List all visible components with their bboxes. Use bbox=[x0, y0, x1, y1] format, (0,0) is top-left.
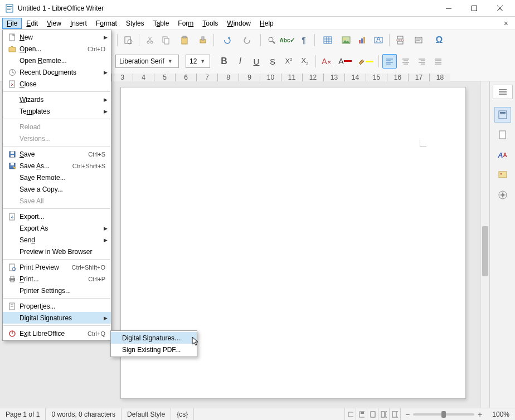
menu-view[interactable]: View bbox=[42, 18, 66, 29]
strikethrough-button[interactable]: S bbox=[265, 54, 280, 69]
menu-separator bbox=[3, 91, 110, 92]
zoom-slider-thumb[interactable] bbox=[441, 411, 446, 418]
insert-chart-button[interactable] bbox=[355, 33, 370, 47]
align-center-button[interactable] bbox=[399, 54, 413, 69]
menu-save-remote[interactable]: Save Remote... bbox=[3, 172, 111, 183]
font-color-button[interactable]: A bbox=[336, 54, 354, 69]
svg-rect-35 bbox=[397, 41, 403, 44]
menu-printer-settings[interactable]: Printer Settings... bbox=[3, 285, 111, 296]
copy-button[interactable] bbox=[159, 33, 173, 47]
menu-open-remote[interactable]: Open Remote... bbox=[3, 55, 111, 66]
status-signature-icon[interactable] bbox=[345, 408, 356, 420]
status-wordcount[interactable]: 0 words, 0 characters bbox=[46, 408, 122, 420]
insert-table-button[interactable] bbox=[318, 33, 337, 47]
svg-rect-17 bbox=[183, 36, 186, 38]
svg-rect-82 bbox=[11, 155, 14, 157]
menu-form[interactable]: Form bbox=[173, 18, 198, 29]
title-bar: Untitled 1 - LibreOffice Writer bbox=[0, 0, 515, 17]
view-single-page-button[interactable] bbox=[367, 408, 378, 420]
sidebar-properties-button[interactable] bbox=[494, 107, 511, 123]
align-justify-button[interactable] bbox=[431, 54, 445, 69]
minimize-button[interactable] bbox=[436, 0, 461, 17]
insert-special-char-button[interactable]: Ω bbox=[430, 33, 449, 47]
zoom-percent[interactable]: 100% bbox=[487, 408, 515, 420]
highlight-button[interactable] bbox=[356, 54, 375, 69]
italic-button[interactable]: I bbox=[233, 54, 247, 69]
status-save-icon[interactable] bbox=[356, 408, 367, 420]
redo-button[interactable] bbox=[238, 33, 257, 47]
find-button[interactable] bbox=[264, 33, 279, 47]
menu-export-as[interactable]: Export As▶ bbox=[3, 222, 111, 234]
menu-digital-signatures[interactable]: Digital Signatures▶ bbox=[3, 312, 111, 324]
print-preview-button[interactable] bbox=[121, 33, 135, 47]
vertical-scrollbar[interactable] bbox=[480, 81, 489, 408]
insert-pagebreak-button[interactable] bbox=[393, 33, 407, 47]
scrollbar-thumb[interactable] bbox=[482, 226, 488, 276]
menu-new[interactable]: New▶ bbox=[3, 31, 111, 43]
sidebar-navigator-button[interactable] bbox=[494, 187, 511, 203]
align-right-button[interactable] bbox=[415, 54, 429, 69]
submenu-digital-signatures[interactable]: Digital Signatures... bbox=[111, 332, 197, 344]
menu-wizards[interactable]: Wizards▶ bbox=[3, 94, 111, 105]
menu-help[interactable]: Help bbox=[255, 18, 278, 29]
clear-formatting-button[interactable]: A✕ bbox=[319, 54, 334, 69]
menu-templates[interactable]: Templates▶ bbox=[3, 105, 111, 117]
menu-window[interactable]: Window bbox=[222, 18, 255, 29]
menu-export[interactable]: Export... bbox=[3, 211, 111, 222]
insert-image-button[interactable] bbox=[339, 33, 353, 47]
formatting-marks-button[interactable]: ¶ bbox=[297, 33, 311, 47]
bold-button[interactable]: B bbox=[217, 54, 231, 69]
menu-file[interactable]: File bbox=[2, 18, 22, 29]
sidebar-styles-button[interactable]: AA bbox=[494, 147, 511, 163]
close-document-button[interactable]: × bbox=[499, 19, 513, 28]
menu-styles[interactable]: Styles bbox=[122, 18, 149, 29]
menu-open[interactable]: Open...Ctrl+O bbox=[3, 43, 111, 55]
zoom-slider[interactable] bbox=[413, 413, 474, 416]
cut-button[interactable] bbox=[143, 33, 157, 47]
menu-format[interactable]: Format bbox=[91, 18, 122, 29]
view-book-button[interactable] bbox=[390, 408, 401, 420]
sidebar-settings-button[interactable] bbox=[493, 85, 513, 99]
superscript-button[interactable]: X2 bbox=[281, 54, 296, 69]
menu-preview-web[interactable]: Preview in Web Browser bbox=[3, 246, 111, 257]
clone-formatting-button[interactable] bbox=[196, 33, 210, 47]
close-window-button[interactable] bbox=[487, 0, 513, 17]
menu-print-preview[interactable]: Print PreviewCtrl+Shift+O bbox=[3, 261, 111, 273]
svg-rect-70 bbox=[386, 412, 387, 417]
sidebar-gallery-button[interactable] bbox=[494, 167, 511, 183]
sidebar: AA bbox=[489, 81, 515, 408]
status-page[interactable]: Page 1 of 1 bbox=[0, 408, 46, 420]
status-style[interactable]: Default Style bbox=[122, 408, 171, 420]
menu-send[interactable]: Send▶ bbox=[3, 234, 111, 246]
menu-close[interactable]: Close bbox=[3, 78, 111, 90]
align-left-button[interactable] bbox=[382, 54, 397, 69]
zoom-in-button[interactable]: + bbox=[478, 410, 482, 419]
menu-table[interactable]: Table bbox=[149, 18, 174, 29]
spellcheck-button[interactable]: Abc✓ bbox=[280, 33, 295, 47]
sidebar-page-button[interactable] bbox=[494, 127, 511, 143]
submenu-sign-pdf[interactable]: Sign Existing PDF... bbox=[111, 344, 197, 355]
menu-save-as[interactable]: Save As...Ctrl+Shift+S bbox=[3, 160, 111, 172]
font-name-combo[interactable]: Liberation Serif▼ bbox=[115, 55, 179, 68]
menu-save-copy[interactable]: Save a Copy... bbox=[3, 183, 111, 195]
maximize-button[interactable] bbox=[461, 0, 487, 17]
paste-button[interactable] bbox=[175, 33, 194, 47]
menu-tools[interactable]: Tools bbox=[198, 18, 222, 29]
menu-exit[interactable]: Exit LibreOfficeCtrl+Q bbox=[3, 328, 111, 339]
horizontal-ruler[interactable]: 3456789101112131415161718 bbox=[111, 74, 450, 81]
zoom-out-button[interactable]: − bbox=[405, 410, 410, 419]
menu-edit[interactable]: Edit bbox=[22, 18, 42, 29]
insert-field-button[interactable] bbox=[409, 33, 428, 47]
undo-button[interactable] bbox=[217, 33, 236, 47]
menu-properties[interactable]: Properties... bbox=[3, 300, 111, 312]
view-multi-page-button[interactable] bbox=[378, 408, 390, 420]
menu-print[interactable]: Print...Ctrl+P bbox=[3, 273, 111, 285]
menu-recent[interactable]: Recent Documents▶ bbox=[3, 66, 111, 78]
menu-insert[interactable]: Insert bbox=[66, 18, 91, 29]
insert-textbox-button[interactable]: A bbox=[371, 33, 386, 47]
menu-save[interactable]: SaveCtrl+S bbox=[3, 148, 111, 160]
status-language[interactable]: {cs} bbox=[171, 408, 194, 420]
subscript-button[interactable]: X2 bbox=[298, 54, 312, 69]
underline-button[interactable]: U bbox=[249, 54, 264, 69]
font-size-combo[interactable]: 12▼ bbox=[186, 55, 210, 68]
